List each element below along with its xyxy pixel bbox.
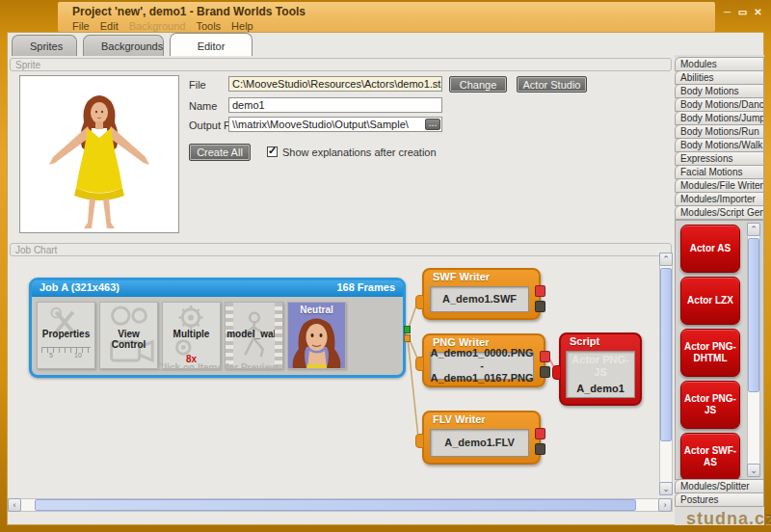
- show-explanations-checkbox[interactable]: [267, 146, 278, 157]
- tab-backgrounds[interactable]: Backgrounds: [83, 35, 164, 56]
- chart-scroll-down-icon[interactable]: ⌄: [659, 482, 673, 495]
- script-node[interactable]: Script Actor PNG-JS A_demo1: [559, 332, 642, 406]
- face-thumbnail: [288, 316, 345, 368]
- png-connector-dark[interactable]: [540, 366, 550, 378]
- job-title: Job A (321x463): [40, 281, 120, 297]
- create-all-button[interactable]: Create All: [189, 144, 251, 161]
- actor-figure-illustration: [20, 76, 178, 232]
- script-generator-panel: Actor AS Actor LZX Actor PNG-DHTML Actor…: [675, 220, 764, 480]
- sprite-preview-image[interactable]: [19, 75, 179, 233]
- chart-scroll-left-icon[interactable]: ‹: [8, 498, 21, 512]
- sidebar-tab-body-motions-run[interactable]: Body Motions/Run: [675, 124, 764, 139]
- flv-connector-dark[interactable]: [535, 443, 545, 455]
- sidebar-tab-abilities[interactable]: Abilities: [675, 70, 764, 85]
- png-output-filename-line2: A_demo1_0167.PNG: [431, 372, 534, 385]
- panel-scroll-up-icon[interactable]: ⌃: [747, 223, 760, 236]
- browse-button[interactable]: ...: [425, 119, 440, 130]
- panel-scroll-down-icon[interactable]: ⌄: [747, 464, 760, 477]
- menu-background: Background: [129, 20, 186, 32]
- sidebar-tab-modules-script-generator[interactable]: Modules/Script Generator: [675, 205, 764, 220]
- sidebar-tab-modules-splitter[interactable]: Modules/Splitter: [675, 479, 764, 493]
- menu-edit[interactable]: Edit: [100, 20, 119, 32]
- watermark-text: studna.cz: [686, 509, 771, 529]
- job-items-row: Properties 5 10 View Control: [37, 302, 346, 369]
- job-chart-group-label: Job Chart: [10, 243, 672, 256]
- chart-vscrollbar-thumb[interactable]: [660, 268, 672, 441]
- file-field[interactable]: C:\MooveStudio\Resources\Actors\demo1.st…: [228, 76, 442, 92]
- menubar: File Edit Background Tools Help: [72, 20, 253, 32]
- png-input-connector[interactable]: [415, 357, 424, 371]
- swf-connector-red[interactable]: [535, 285, 545, 297]
- script-name-label: A_demo1: [567, 383, 634, 395]
- chart-scroll-right-icon[interactable]: ›: [658, 498, 672, 512]
- job-header: Job A (321x463) 168 Frames: [32, 280, 403, 297]
- swf-writer-node[interactable]: SWF Writer A_demo1.SWF: [422, 268, 541, 320]
- script-input-connector[interactable]: [552, 365, 561, 380]
- job-item-multiple[interactable]: Multiple 8x: [162, 302, 221, 369]
- chart-scroll-up-icon[interactable]: ⌃: [659, 253, 673, 266]
- change-button[interactable]: Change: [449, 76, 507, 93]
- job-output-connector-orange[interactable]: [404, 334, 411, 342]
- actor-lzx-button[interactable]: Actor LZX: [680, 277, 740, 325]
- job-panel[interactable]: Job A (321x463) 168 Frames Properties 5 …: [29, 278, 406, 378]
- job-item-neutral[interactable]: Neutral: [287, 302, 346, 369]
- maximize-icon[interactable]: ▭: [736, 7, 749, 18]
- flv-writer-node[interactable]: FLV Writer A_demo1.FLV: [422, 411, 541, 465]
- sidebar-tab-body-motions-jump[interactable]: Body Motions/Jump: [675, 111, 764, 125]
- swf-connector-dark[interactable]: [535, 301, 545, 312]
- tab-sprites[interactable]: Sprites: [12, 35, 77, 56]
- script-type-label: Actor PNG-JS: [567, 354, 634, 379]
- actor-png-dhtml-button[interactable]: Actor PNG-DHTML: [680, 329, 740, 377]
- tab-editor[interactable]: Editor: [170, 33, 253, 56]
- sidebar-tab-modules-file-writer[interactable]: Modules/File Writer: [675, 178, 764, 193]
- modules-sidebar: Modules Abilities Body Motions Body Moti…: [675, 55, 764, 525]
- png-connector-red[interactable]: [540, 351, 550, 362]
- flv-connector-red[interactable]: [535, 428, 545, 439]
- sidebar-tab-expressions[interactable]: Expressions: [675, 151, 764, 166]
- sidebar-tab-body-motions[interactable]: Body Motions: [675, 84, 764, 98]
- actor-studio-button[interactable]: Actor Studio: [517, 76, 587, 93]
- flv-input-connector[interactable]: [415, 434, 424, 448]
- sidebar-tab-modules-importer[interactable]: Modules/Importer: [675, 192, 764, 206]
- job-item-model-walk[interactable]: model_walk: [225, 302, 283, 369]
- name-field[interactable]: demo1: [228, 97, 442, 113]
- panel-scrollbar-thumb[interactable]: [748, 238, 759, 392]
- menu-file[interactable]: File: [72, 20, 90, 32]
- sidebar-tab-body-motions-dance[interactable]: Body Motions/Dance: [675, 97, 764, 112]
- sidebar-tab-facial-motions[interactable]: Facial Motions: [675, 165, 764, 179]
- ruler-icon: 5 10: [41, 347, 91, 362]
- chart-hscrollbar-thumb[interactable]: [35, 499, 636, 511]
- job-item-properties[interactable]: Properties 5 10: [37, 302, 95, 369]
- minimize-icon[interactable]: ─: [721, 7, 733, 18]
- job-frames-count: 168 Frames: [336, 281, 395, 297]
- window-title: Project 'new', demo1 - Brand Worlds Tool…: [72, 5, 306, 18]
- menu-help[interactable]: Help: [231, 20, 253, 32]
- name-label: Name: [189, 100, 217, 112]
- app-window: Project 'new', demo1 - Brand Worlds Tool…: [0, 0, 771, 532]
- show-explanations-label: Show explanations after creation: [282, 146, 437, 158]
- actor-as-button[interactable]: Actor AS: [680, 225, 740, 273]
- png-output-filename-line1: A_demo1_0000.PNG -: [431, 347, 534, 372]
- file-label: File: [189, 79, 206, 91]
- output-path-field[interactable]: \\matrix\MooveStudio\Output\Sample\: [228, 117, 442, 132]
- png-writer-node[interactable]: PNG Writer A_demo1_0000.PNG - A_demo1_01…: [422, 333, 545, 387]
- job-output-connector-green[interactable]: [404, 326, 411, 333]
- swf-input-connector[interactable]: [415, 295, 424, 309]
- actor-png-js-button[interactable]: Actor PNG-JS: [680, 381, 740, 429]
- close-icon[interactable]: ✕: [752, 7, 764, 18]
- sidebar-tab-modules[interactable]: Modules: [675, 57, 764, 71]
- sidebar-tab-body-motions-walk[interactable]: Body Motions/Walk: [675, 138, 764, 152]
- swf-output-filename: A_demo1.SWF: [442, 293, 517, 306]
- job-hint-text: Click on Items for Preview: [32, 362, 403, 373]
- sidebar-tab-postures[interactable]: Postures: [675, 492, 764, 507]
- job-item-view-control[interactable]: View Control: [99, 302, 158, 369]
- sprite-group-label: Sprite: [10, 58, 672, 71]
- flv-output-filename: A_demo1.FLV: [444, 437, 515, 449]
- menu-tools[interactable]: Tools: [196, 20, 221, 32]
- actor-swf-as-button[interactable]: Actor SWF-AS: [680, 433, 740, 481]
